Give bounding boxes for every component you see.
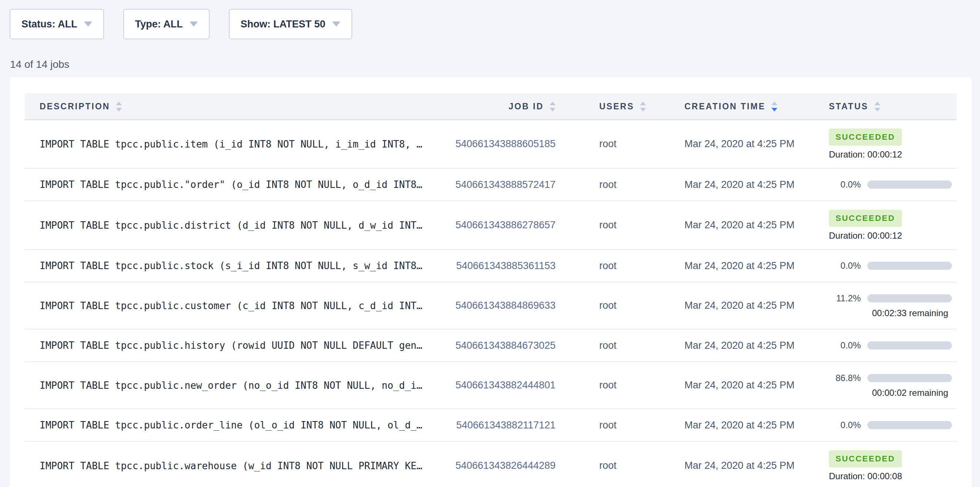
status-succeeded: SUCCEEDED Duration: 00:00:08 bbox=[829, 450, 957, 481]
job-id: 540661343888572417 bbox=[451, 179, 599, 190]
job-creation-time: Mar 24, 2020 at 4:25 PM bbox=[684, 340, 829, 351]
job-description: IMPORT TABLE tpcc.public.history (rowid … bbox=[25, 340, 451, 351]
progress-remaining: 00:02:33 remaining bbox=[829, 308, 952, 318]
job-id: 540661343882444801 bbox=[451, 380, 599, 391]
column-header-creation-time[interactable]: CREATION TIME bbox=[684, 102, 829, 112]
progress-percent: 0.0% bbox=[829, 260, 861, 271]
job-status-cell: 0.0% bbox=[829, 420, 957, 430]
status-succeeded: SUCCEEDED Duration: 00:00:12 bbox=[829, 210, 957, 241]
job-id: 540661343884869633 bbox=[451, 300, 599, 311]
column-header-description[interactable]: DESCRIPTION bbox=[25, 102, 451, 112]
job-user: root bbox=[599, 300, 684, 311]
sort-icon-active-desc bbox=[772, 102, 777, 112]
job-user: root bbox=[599, 138, 684, 150]
table-row: IMPORT TABLE tpcc.public.history (rowid … bbox=[25, 329, 957, 362]
job-description: IMPORT TABLE tpcc.public.warehouse (w_id… bbox=[25, 460, 451, 471]
job-user: root bbox=[599, 260, 684, 271]
column-header-job-id[interactable]: JOB ID bbox=[451, 102, 599, 112]
progress-line: 11.2% bbox=[829, 293, 957, 303]
job-user: root bbox=[599, 179, 684, 190]
job-user: root bbox=[599, 460, 684, 471]
progress-bar bbox=[867, 262, 952, 270]
chevron-down-icon bbox=[189, 21, 198, 27]
progress-bar bbox=[867, 374, 952, 382]
status-filter-label: Status: ALL bbox=[21, 19, 77, 30]
job-user: root bbox=[599, 380, 684, 391]
table-row: IMPORT TABLE tpcc.public."order" (o_id I… bbox=[25, 169, 957, 201]
type-filter-dropdown[interactable]: Type: ALL bbox=[123, 9, 210, 39]
filter-bar: Status: ALL Type: ALL Show: LATEST 50 bbox=[10, 9, 352, 39]
job-description: IMPORT TABLE tpcc.public.stock (s_i_id I… bbox=[25, 260, 451, 271]
column-header-status-label: STATUS bbox=[829, 102, 869, 112]
job-status-cell: SUCCEEDED Duration: 00:00:12 bbox=[829, 129, 957, 160]
job-id: 540661343882117121 bbox=[451, 420, 599, 431]
progress-line: 0.0% bbox=[829, 420, 957, 430]
job-user: root bbox=[599, 219, 684, 231]
job-id: 540661343826444289 bbox=[451, 460, 599, 471]
progress-line: 0.0% bbox=[829, 260, 957, 271]
jobs-table-card: DESCRIPTION JOB ID USERS CREATION TIME S… bbox=[10, 77, 972, 487]
status-duration: Duration: 00:00:12 bbox=[829, 230, 957, 241]
status-duration: Duration: 00:00:08 bbox=[829, 471, 957, 481]
table-row: IMPORT TABLE tpcc.public.order_line (ol_… bbox=[25, 409, 957, 442]
status-badge: SUCCEEDED bbox=[829, 210, 902, 227]
column-header-users[interactable]: USERS bbox=[599, 102, 684, 112]
job-description: IMPORT TABLE tpcc.public.item (i_id INT8… bbox=[25, 139, 451, 150]
job-creation-time: Mar 24, 2020 at 4:25 PM bbox=[684, 179, 829, 190]
sort-icon bbox=[875, 102, 880, 112]
column-header-status[interactable]: STATUS bbox=[829, 102, 957, 112]
table-row: IMPORT TABLE tpcc.public.customer (c_id … bbox=[25, 283, 957, 329]
job-creation-time: Mar 24, 2020 at 4:25 PM bbox=[684, 219, 829, 231]
job-creation-time: Mar 24, 2020 at 4:25 PM bbox=[684, 300, 829, 311]
job-status-cell: SUCCEEDED Duration: 00:00:12 bbox=[829, 210, 957, 241]
job-creation-time: Mar 24, 2020 at 4:25 PM bbox=[684, 260, 829, 271]
column-header-users-label: USERS bbox=[599, 102, 634, 112]
status-progress: 0.0% bbox=[829, 420, 957, 430]
progress-line: 0.0% bbox=[829, 179, 957, 190]
status-badge: SUCCEEDED bbox=[829, 450, 902, 467]
status-filter-dropdown[interactable]: Status: ALL bbox=[10, 9, 104, 39]
job-status-cell: 0.0% bbox=[829, 179, 957, 190]
job-status-cell: SUCCEEDED Duration: 00:00:08 bbox=[829, 450, 957, 481]
column-header-description-label: DESCRIPTION bbox=[40, 102, 110, 112]
job-creation-time: Mar 24, 2020 at 4:25 PM bbox=[684, 420, 829, 431]
job-creation-time: Mar 24, 2020 at 4:25 PM bbox=[684, 380, 829, 391]
job-description: IMPORT TABLE tpcc.public."order" (o_id I… bbox=[25, 179, 451, 190]
status-progress: 0.0% bbox=[829, 340, 957, 351]
type-filter-label: Type: ALL bbox=[135, 19, 183, 30]
progress-bar bbox=[867, 180, 952, 188]
job-description: IMPORT TABLE tpcc.public.customer (c_id … bbox=[25, 300, 451, 311]
progress-bar bbox=[867, 294, 952, 302]
progress-bar bbox=[867, 421, 952, 429]
job-id: 540661343885361153 bbox=[451, 260, 599, 271]
progress-percent: 0.0% bbox=[829, 420, 861, 430]
progress-percent: 11.2% bbox=[829, 293, 861, 303]
status-duration: Duration: 00:00:12 bbox=[829, 149, 957, 160]
show-filter-label: Show: LATEST 50 bbox=[241, 19, 326, 30]
job-id: 540661343888605185 bbox=[451, 138, 599, 150]
job-status-cell: 0.0% bbox=[829, 260, 957, 271]
show-filter-dropdown[interactable]: Show: LATEST 50 bbox=[229, 9, 352, 39]
table-header-row: DESCRIPTION JOB ID USERS CREATION TIME S… bbox=[25, 93, 957, 120]
job-description: IMPORT TABLE tpcc.public.district (d_id … bbox=[25, 220, 451, 231]
progress-percent: 0.0% bbox=[829, 179, 861, 190]
job-creation-time: Mar 24, 2020 at 4:25 PM bbox=[684, 138, 829, 150]
job-status-cell: 0.0% bbox=[829, 340, 957, 351]
sort-icon bbox=[550, 102, 555, 112]
progress-bar bbox=[867, 341, 952, 350]
table-row: IMPORT TABLE tpcc.public.warehouse (w_id… bbox=[25, 442, 957, 487]
chevron-down-icon bbox=[84, 21, 92, 27]
status-progress: 0.0% bbox=[829, 260, 957, 271]
job-creation-time: Mar 24, 2020 at 4:25 PM bbox=[684, 460, 829, 471]
progress-remaining: 00:00:02 remaining bbox=[829, 388, 952, 398]
table-row: IMPORT TABLE tpcc.public.district (d_id … bbox=[25, 201, 957, 250]
status-progress: 86.8% 00:00:02 remaining bbox=[829, 373, 957, 398]
progress-line: 86.8% bbox=[829, 373, 957, 383]
job-description: IMPORT TABLE tpcc.public.order_line (ol_… bbox=[25, 420, 451, 431]
status-progress: 11.2% 00:02:33 remaining bbox=[829, 293, 957, 318]
jobs-count: 14 of 14 jobs bbox=[10, 59, 69, 70]
job-id: 540661343886278657 bbox=[451, 219, 599, 231]
column-header-creation-time-label: CREATION TIME bbox=[684, 102, 765, 112]
job-user: root bbox=[599, 420, 684, 431]
progress-percent: 86.8% bbox=[829, 373, 861, 383]
